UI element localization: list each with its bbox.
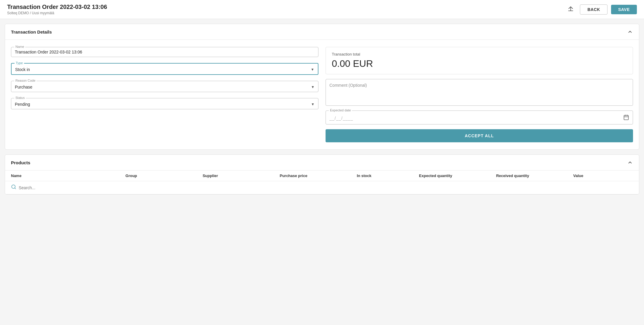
col-header-purchase-price: Purchase price [280,173,354,178]
svg-line-6 [15,188,15,189]
col-header-value: Value [573,173,633,178]
search-icon [11,184,16,191]
col-header-supplier: Supplier [203,173,277,178]
products-card: Products Name Group Supplier Purchase pr… [5,154,639,195]
status-select[interactable]: Pending ▼ [15,102,315,107]
calendar-icon[interactable] [623,114,629,122]
expected-date-field[interactable]: Expected date __/__/____ [326,111,633,124]
transaction-details-header: Transaction Details [5,24,639,40]
back-button[interactable]: BACK [580,4,607,15]
page-title: Transaction Order 2022-03-02 13:06 [7,4,107,10]
reason-code-dropdown-arrow: ▼ [311,85,315,89]
col-header-group: Group [126,173,200,178]
type-label: Type [15,61,24,65]
products-search-input[interactable] [19,185,633,190]
col-header-received-quantity: Received quantity [496,173,571,178]
date-field-inner: __/__/____ [329,114,629,122]
col-header-name: Name [11,173,123,178]
reason-code-field[interactable]: Reason Code Purchase ▼ [11,81,318,92]
products-collapse-icon[interactable] [627,160,633,165]
products-search-row [5,181,639,194]
comment-placeholder: Comment (Optional) [329,83,367,88]
accept-all-button[interactable]: ACCEPT ALL [326,129,633,142]
type-field[interactable]: Type Stock in ▼ [11,63,318,75]
details-grid: Name Type Stock in ▼ Reason Code [11,47,633,142]
main-content: Transaction Details Name Ty [0,19,644,199]
products-title: Products [11,160,30,165]
svg-rect-1 [624,115,629,120]
right-column: Transaction total 0.00 EUR Comment (Opti… [326,47,633,142]
status-field[interactable]: Status Pending ▼ [11,98,318,109]
col-header-in-stock: In stock [357,173,416,178]
col-header-expected-quantity: Expected quantity [419,173,494,178]
app-header: Transaction Order 2022-03-02 13:06 Solte… [0,0,644,19]
date-placeholder: __/__/____ [329,116,353,121]
transaction-details-card: Transaction Details Name Ty [5,24,639,150]
transaction-details-title: Transaction Details [11,29,52,34]
status-label: Status [14,96,26,100]
type-select[interactable]: Stock in ▼ [15,67,314,72]
header-actions: BACK SAVE [565,4,637,15]
breadcrumb: Solteq DEMO / Uusi myymälä [7,11,107,15]
status-value: Pending [15,102,30,107]
transaction-total-label: Transaction total [332,52,627,56]
status-dropdown-arrow: ▼ [311,102,315,106]
reason-code-label: Reason Code [14,79,37,82]
name-label: Name [14,45,25,48]
name-field[interactable]: Name [11,47,318,57]
comment-field[interactable]: Comment (Optional) [326,79,633,106]
header-title-area: Transaction Order 2022-03-02 13:06 Solte… [7,4,107,15]
reason-code-value: Purchase [15,85,32,89]
type-dropdown-arrow: ▼ [311,67,314,72]
collapse-icon[interactable] [627,29,633,35]
type-value: Stock in [15,67,30,72]
name-input[interactable] [15,50,315,54]
products-header: Products [5,155,639,171]
products-table-header: Name Group Supplier Purchase price In st… [5,171,639,181]
reason-code-select[interactable]: Purchase ▼ [15,85,315,89]
left-column: Name Type Stock in ▼ Reason Code [11,47,318,142]
transaction-details-body: Name Type Stock in ▼ Reason Code [5,40,639,149]
expected-date-label: Expected date [329,108,352,112]
transaction-total-box: Transaction total 0.00 EUR [326,47,633,74]
save-button[interactable]: SAVE [611,5,637,14]
upload-icon-button[interactable] [565,4,576,15]
transaction-total-value: 0.00 EUR [332,58,627,69]
